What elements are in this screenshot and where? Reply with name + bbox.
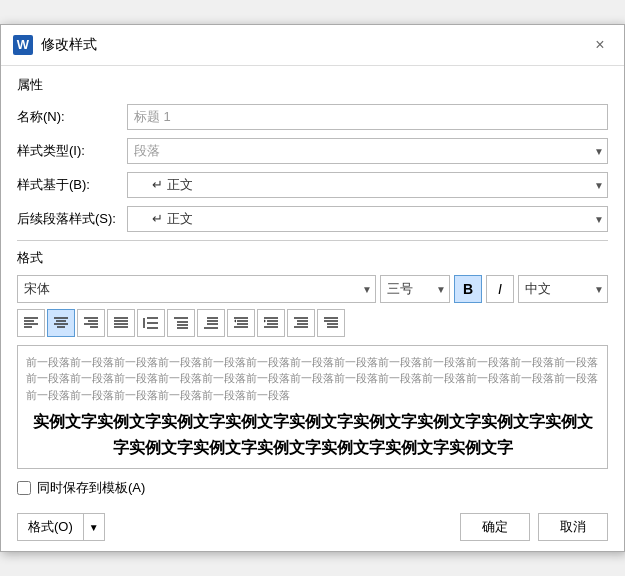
- dialog-body: 属性 名称(N): 样式类型(I): 段落 ▼ 样式基于(B): ↵ 正文 ▼: [1, 66, 624, 552]
- close-button[interactable]: ×: [588, 33, 612, 57]
- style-base-label: 样式基于(B):: [17, 176, 127, 194]
- font-size-select[interactable]: 三号: [380, 275, 450, 303]
- save-to-template-label: 同时保存到模板(A): [37, 479, 145, 497]
- app-icon: W: [13, 35, 33, 55]
- save-to-template-checkbox[interactable]: [17, 481, 31, 495]
- style-base-row: 样式基于(B): ↵ 正文 ▼: [17, 172, 608, 198]
- lang-select[interactable]: 中文: [518, 275, 608, 303]
- hanging-indent-button[interactable]: [287, 309, 315, 337]
- align-right-button[interactable]: [77, 309, 105, 337]
- style-type-select[interactable]: 段落: [127, 138, 608, 164]
- next-para-row: 后续段落样式(S): ↵ 正文 ▼: [17, 206, 608, 232]
- svg-marker-32: [234, 319, 236, 322]
- modify-style-dialog: W 修改样式 × 属性 名称(N): 样式类型(I): 段落 ▼ 样式基于(B)…: [0, 24, 625, 553]
- first-line-indent-button[interactable]: [317, 309, 345, 337]
- para-spacing-before-button[interactable]: [167, 309, 195, 337]
- next-para-select-wrapper: ↵ 正文 ▼: [127, 206, 608, 232]
- style-type-select-wrapper: 段落 ▼: [127, 138, 608, 164]
- format-dropdown-button[interactable]: 格式(O) ▼: [17, 513, 105, 541]
- name-row: 名称(N):: [17, 104, 608, 130]
- align-justify-button[interactable]: [107, 309, 135, 337]
- align-left-button[interactable]: [17, 309, 45, 337]
- font-row: 宋体 ▼ 三号 ▼ B I 中文 ▼: [17, 275, 608, 303]
- name-label: 名称(N):: [17, 108, 127, 126]
- format-button-arrow-icon[interactable]: ▼: [84, 514, 104, 540]
- action-buttons: 确定 取消: [460, 513, 608, 541]
- indent-decrease-button[interactable]: [257, 309, 285, 337]
- section-divider: [17, 240, 608, 241]
- save-to-template-row: 同时保存到模板(A): [17, 479, 608, 497]
- lang-select-wrapper: 中文 ▼: [518, 275, 608, 303]
- style-type-label: 样式类型(I):: [17, 142, 127, 160]
- dialog-title: 修改样式: [41, 36, 97, 54]
- name-input[interactable]: [127, 104, 608, 130]
- style-base-select[interactable]: ↵ 正文: [127, 172, 608, 198]
- indent-increase-button[interactable]: [227, 309, 255, 337]
- preview-main-text: 实例文字实例文字实例文字实例文字实例文字实例文字实例文字实例文字实例文字实例文字…: [26, 409, 599, 460]
- title-bar-left: W 修改样式: [13, 35, 97, 55]
- font-name-select[interactable]: 宋体: [17, 275, 376, 303]
- font-size-wrapper: 三号 ▼: [380, 275, 450, 303]
- preview-context-text: 前一段落前一段落前一段落前一段落前一段落前一段落前一段落前一段落前一段落前一段落…: [26, 354, 599, 404]
- align-row: [17, 309, 608, 337]
- style-base-select-wrapper: ↵ 正文 ▼: [127, 172, 608, 198]
- ok-button[interactable]: 确定: [460, 513, 530, 541]
- format-button-label[interactable]: 格式(O): [18, 514, 84, 540]
- para-spacing-after-button[interactable]: [197, 309, 225, 337]
- align-center-button[interactable]: [47, 309, 75, 337]
- properties-section-title: 属性: [17, 76, 608, 96]
- title-bar: W 修改样式 ×: [1, 25, 624, 66]
- svg-marker-37: [264, 319, 266, 322]
- next-para-select[interactable]: ↵ 正文: [127, 206, 608, 232]
- font-name-wrapper: 宋体 ▼: [17, 275, 376, 303]
- line-spacing-button[interactable]: [137, 309, 165, 337]
- style-type-row: 样式类型(I): 段落 ▼: [17, 138, 608, 164]
- bottom-row: 格式(O) ▼ 确定 取消: [17, 509, 608, 541]
- next-para-label: 后续段落样式(S):: [17, 210, 127, 228]
- italic-button[interactable]: I: [486, 275, 514, 303]
- bold-button[interactable]: B: [454, 275, 482, 303]
- cancel-button[interactable]: 取消: [538, 513, 608, 541]
- format-section-title: 格式: [17, 249, 608, 267]
- preview-box: 前一段落前一段落前一段落前一段落前一段落前一段落前一段落前一段落前一段落前一段落…: [17, 345, 608, 470]
